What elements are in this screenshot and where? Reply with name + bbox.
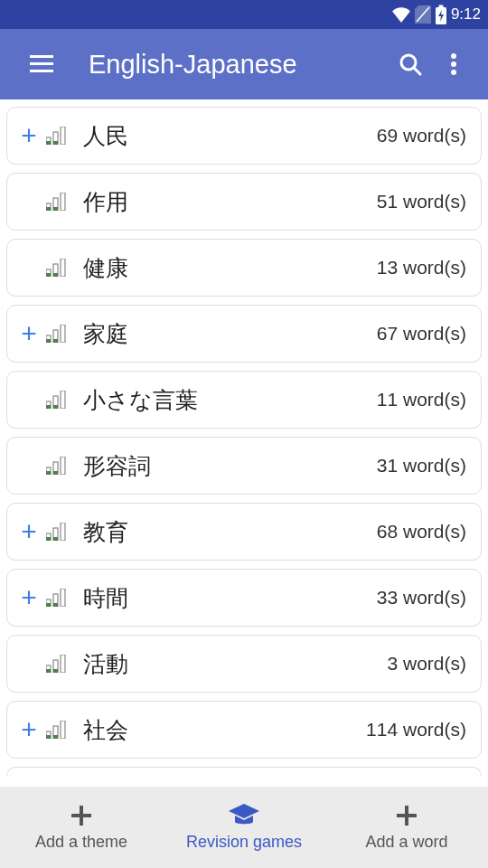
svg-rect-12 — [46, 141, 51, 145]
stats-icon — [42, 721, 72, 739]
nav-revision-games[interactable]: Revision games — [163, 787, 325, 868]
word-count: 33 word(s) — [377, 587, 466, 609]
theme-name: 健康 — [83, 253, 377, 283]
plus-icon — [395, 804, 418, 827]
expand-icon[interactable]: + — [16, 120, 42, 151]
word-count: 3 word(s) — [387, 653, 466, 675]
stats-icon — [42, 589, 72, 607]
list-item[interactable]: +活動3 word(s) — [6, 635, 482, 693]
nav-label: Revision games — [186, 833, 302, 852]
stats-icon — [42, 127, 72, 145]
app-bar: English-Japanese — [0, 29, 488, 99]
word-count: 51 word(s) — [377, 191, 466, 212]
word-count: 13 word(s) — [377, 257, 466, 278]
svg-rect-60 — [61, 721, 65, 739]
search-button[interactable] — [392, 46, 428, 82]
svg-rect-59 — [53, 735, 58, 739]
theme-name: 作用 — [83, 187, 377, 217]
nav-label: Add a theme — [35, 833, 127, 852]
list-item[interactable]: +家庭67 word(s) — [6, 305, 482, 363]
svg-rect-54 — [53, 669, 58, 673]
theme-name: 人民 — [83, 121, 377, 151]
stats-icon — [42, 457, 72, 475]
svg-line-7 — [414, 68, 420, 74]
stats-icon — [42, 655, 72, 673]
svg-rect-25 — [61, 259, 65, 277]
theme-name: 教育 — [83, 517, 377, 547]
expand-icon[interactable]: + — [16, 582, 42, 613]
nav-label: Add a word — [365, 833, 447, 852]
theme-name: 家庭 — [83, 319, 377, 349]
search-icon — [399, 52, 422, 76]
list-item[interactable]: +時間33 word(s) — [6, 569, 482, 627]
list-item[interactable]: +健康13 word(s) — [6, 239, 482, 297]
wifi-icon — [391, 6, 411, 23]
svg-rect-29 — [53, 339, 58, 343]
list-item[interactable]: +人民69 word(s) — [6, 107, 482, 165]
list-item[interactable]: +小さな言葉11 word(s) — [6, 371, 482, 429]
svg-rect-50 — [61, 589, 65, 607]
svg-rect-47 — [46, 603, 51, 607]
menu-button[interactable] — [23, 46, 60, 82]
svg-rect-34 — [53, 405, 58, 409]
plus-icon — [70, 804, 93, 827]
word-count: 31 word(s) — [377, 455, 466, 476]
word-count: 67 word(s) — [377, 323, 466, 344]
stats-icon — [42, 523, 72, 541]
svg-rect-14 — [53, 141, 58, 145]
theme-name: 活動 — [83, 649, 387, 679]
battery-icon — [435, 5, 447, 24]
svg-rect-40 — [61, 457, 65, 475]
stats-icon — [42, 391, 72, 409]
svg-point-8 — [451, 53, 456, 59]
list-item[interactable]: +教育68 word(s) — [6, 503, 482, 561]
svg-rect-62 — [71, 814, 91, 817]
svg-rect-64 — [397, 814, 417, 817]
nav-add-word[interactable]: Add a word — [325, 787, 488, 868]
hamburger-icon — [30, 55, 53, 73]
theme-list: +人民69 word(s)+作用51 word(s)+健康13 word(s)+… — [0, 99, 488, 787]
expand-icon[interactable]: + — [16, 516, 42, 547]
theme-name: 形容詞 — [83, 451, 377, 481]
word-count: 114 word(s) — [366, 719, 466, 741]
svg-rect-30 — [61, 325, 65, 343]
svg-rect-35 — [61, 391, 65, 409]
bottom-nav: Add a theme Revision games Add a word — [0, 787, 488, 868]
word-count: 11 word(s) — [377, 389, 466, 410]
svg-rect-15 — [61, 127, 65, 145]
svg-rect-17 — [46, 207, 51, 211]
svg-rect-49 — [53, 603, 58, 607]
expand-icon[interactable]: + — [16, 318, 42, 349]
graduation-cap-icon — [229, 804, 259, 827]
theme-name: 社会 — [83, 715, 366, 745]
sim-icon — [415, 5, 431, 24]
svg-rect-57 — [46, 735, 51, 739]
word-count: 69 word(s) — [377, 125, 466, 146]
svg-rect-20 — [61, 193, 65, 211]
svg-rect-5 — [30, 70, 53, 72]
svg-point-9 — [451, 61, 456, 67]
svg-rect-27 — [46, 339, 51, 343]
nav-add-theme[interactable]: Add a theme — [0, 787, 163, 868]
svg-rect-24 — [53, 273, 58, 277]
svg-rect-4 — [30, 62, 53, 65]
svg-rect-44 — [53, 537, 58, 541]
status-time: 9:12 — [451, 5, 481, 24]
list-item[interactable]: +作用51 word(s) — [6, 173, 482, 231]
theme-name: 時間 — [83, 583, 377, 613]
svg-rect-19 — [53, 207, 58, 211]
list-item[interactable]: +形容詞31 word(s) — [6, 437, 482, 495]
svg-rect-3 — [30, 55, 53, 58]
theme-name: 小さな言葉 — [83, 385, 377, 415]
svg-rect-22 — [46, 273, 51, 277]
status-bar: 9:12 — [0, 0, 488, 29]
stats-icon — [42, 325, 72, 343]
stats-icon — [42, 259, 72, 277]
svg-rect-42 — [46, 537, 51, 541]
svg-rect-52 — [46, 669, 51, 673]
expand-icon[interactable]: + — [16, 714, 42, 745]
list-item[interactable]: +社会114 word(s) — [6, 701, 482, 759]
page-title: English-Japanese — [89, 50, 385, 80]
more-button[interactable] — [436, 46, 472, 82]
list-item[interactable] — [6, 767, 482, 776]
